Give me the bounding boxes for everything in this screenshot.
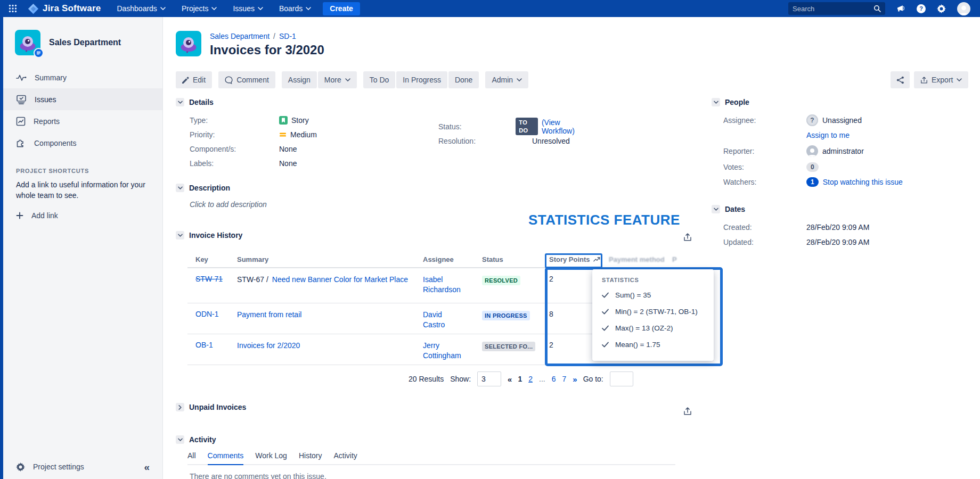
nav-issues[interactable]: Issues bbox=[233, 4, 263, 13]
export-button[interactable]: Export bbox=[914, 71, 968, 88]
sidebar-item-components[interactable]: Components bbox=[3, 132, 162, 154]
column-header-summary[interactable]: Summary bbox=[237, 255, 423, 263]
statistics-option-max[interactable]: Max() = 13 (OZ-2) bbox=[602, 320, 704, 336]
issue-project-avatar bbox=[176, 31, 201, 56]
collapse-description-icon[interactable] bbox=[176, 184, 184, 192]
sidebar-item-summary[interactable]: Summary bbox=[3, 67, 162, 88]
column-header-key[interactable]: Key bbox=[187, 255, 237, 263]
comment-button[interactable]: Comment bbox=[218, 71, 275, 88]
expand-unpaid-invoices-icon[interactable] bbox=[176, 403, 184, 411]
tab-all[interactable]: All bbox=[187, 451, 196, 464]
issue-key-link[interactable]: STW-71 bbox=[195, 275, 223, 283]
page-2[interactable]: 2 bbox=[528, 375, 533, 383]
sidebar-item-label: Reports bbox=[34, 117, 60, 126]
app-grid-icon[interactable] bbox=[9, 4, 17, 13]
stop-watching-link[interactable]: Stop watching this issue bbox=[823, 178, 903, 186]
statistics-option-min[interactable]: Min() = 2 (STW-71, OB-1) bbox=[602, 303, 704, 320]
in-progress-transition-button[interactable]: In Progress bbox=[396, 71, 447, 88]
description-section: Description Click to add description bbox=[176, 184, 267, 209]
announcement-icon[interactable] bbox=[896, 4, 905, 13]
breadcrumb-project-link[interactable]: Sales Department bbox=[210, 32, 270, 40]
collapse-people-icon[interactable] bbox=[712, 98, 720, 106]
done-transition-button[interactable]: Done bbox=[448, 71, 479, 88]
sidebar-item-issues[interactable]: Issues bbox=[3, 88, 162, 110]
page-1[interactable]: 1 bbox=[518, 375, 522, 383]
next-page-icon[interactable]: » bbox=[573, 375, 576, 384]
todo-transition-button[interactable]: To Do bbox=[363, 71, 396, 88]
project-settings-button[interactable]: Project settings bbox=[3, 455, 162, 479]
assign-to-me-link[interactable]: Assign to me bbox=[806, 131, 850, 139]
collapse-details-icon[interactable] bbox=[176, 98, 184, 106]
page-6[interactable]: 6 bbox=[552, 375, 556, 383]
summary-link[interactable]: Payment from retail bbox=[237, 310, 301, 319]
collapse-sidebar-icon[interactable]: « bbox=[144, 462, 150, 472]
edit-button[interactable]: Edit bbox=[176, 71, 212, 88]
summary-link[interactable]: Invoices for 2/2020 bbox=[237, 341, 300, 350]
show-label: Show: bbox=[450, 375, 471, 383]
issue-key-link[interactable]: ODN-1 bbox=[195, 310, 219, 318]
column-header-payment-method[interactable]: Payment method bbox=[609, 255, 672, 263]
assignee-link[interactable]: David Castro bbox=[423, 310, 466, 330]
tab-history[interactable]: History bbox=[299, 451, 322, 464]
people-section: People Assignee: ? Unassigned Assign to … bbox=[712, 98, 978, 189]
person-avatar-icon bbox=[806, 145, 818, 157]
help-icon[interactable]: ? bbox=[917, 4, 926, 13]
chevron-down-icon bbox=[160, 7, 166, 10]
admin-button[interactable]: Admin bbox=[485, 71, 528, 88]
assignee-link[interactable]: Jerry Cottingham bbox=[423, 341, 466, 361]
column-header-status[interactable]: Status bbox=[482, 255, 549, 263]
collapse-activity-icon[interactable] bbox=[176, 435, 184, 444]
nav-dashboards[interactable]: Dashboards bbox=[117, 4, 166, 13]
summary-link[interactable]: Need new Banner Color for Market Place bbox=[272, 275, 408, 284]
collapse-invoice-history-icon[interactable] bbox=[176, 231, 184, 240]
project-avatar[interactable] bbox=[15, 30, 40, 55]
page-size-input[interactable] bbox=[477, 371, 501, 386]
collapse-dates-icon[interactable] bbox=[712, 205, 720, 213]
add-link-button[interactable]: Add link bbox=[16, 211, 162, 220]
page-7[interactable]: 7 bbox=[562, 375, 566, 383]
search-box[interactable] bbox=[788, 2, 885, 15]
column-header-partial[interactable]: P bbox=[672, 255, 687, 263]
unpaid-invoices-export-icon[interactable] bbox=[683, 407, 692, 416]
settings-gear-icon[interactable] bbox=[937, 4, 946, 13]
watchers-badge[interactable]: 1 bbox=[806, 177, 819, 187]
view-workflow-link[interactable]: (View Workflow) bbox=[542, 118, 585, 135]
previous-page-icon[interactable]: « bbox=[508, 375, 511, 384]
more-button[interactable]: More bbox=[318, 71, 357, 88]
nav-projects[interactable]: Projects bbox=[182, 4, 217, 13]
invoice-history-export-icon[interactable] bbox=[683, 233, 692, 242]
chevron-down-icon bbox=[258, 7, 263, 10]
tab-comments[interactable]: Comments bbox=[208, 451, 244, 465]
share-button[interactable] bbox=[891, 71, 910, 88]
description-placeholder[interactable]: Click to add description bbox=[190, 200, 267, 209]
statistics-option-sum[interactable]: Sum() = 35 bbox=[602, 287, 704, 303]
assign-to-me-row: Assign to me bbox=[723, 128, 978, 143]
check-icon bbox=[602, 309, 609, 315]
nav-boards[interactable]: Boards bbox=[279, 4, 311, 13]
column-header-story-points[interactable]: Story Points bbox=[549, 255, 609, 263]
create-button[interactable]: Create bbox=[323, 2, 360, 15]
votes-badge[interactable]: 0 bbox=[806, 162, 819, 172]
votes-field: Votes: 0 bbox=[723, 160, 978, 175]
assign-button[interactable]: Assign bbox=[282, 71, 317, 88]
people-section-title: People bbox=[725, 98, 749, 106]
tab-work-log[interactable]: Work Log bbox=[255, 451, 287, 464]
created-field: Created: 28/Feb/20 9:09 AM bbox=[723, 220, 978, 235]
dates-section: Dates Created: 28/Feb/20 9:09 AM Updated… bbox=[712, 205, 978, 250]
breadcrumb-issue-link[interactable]: SD-1 bbox=[279, 32, 296, 40]
statistics-option-mean[interactable]: Mean() = 1.75 bbox=[602, 336, 704, 353]
jira-logo[interactable]: Jira Software bbox=[28, 3, 101, 14]
settings-gear-icon bbox=[16, 463, 25, 472]
user-avatar-icon[interactable] bbox=[957, 2, 970, 15]
activity-section-title: Activity bbox=[189, 435, 216, 444]
search-input[interactable] bbox=[793, 5, 873, 13]
column-header-assignee[interactable]: Assignee bbox=[423, 255, 482, 263]
sidebar-item-reports[interactable]: Reports bbox=[3, 110, 162, 132]
tab-activity[interactable]: Activity bbox=[333, 451, 357, 464]
comment-bubble-icon bbox=[225, 76, 233, 84]
activity-tabs: All Comments Work Log History Activity bbox=[187, 451, 675, 465]
issue-key-link[interactable]: OB-1 bbox=[195, 341, 213, 349]
assignee-link[interactable]: Isabel Richardson bbox=[423, 275, 466, 295]
goto-page-input[interactable] bbox=[610, 371, 633, 386]
chevron-down-icon bbox=[517, 78, 522, 81]
